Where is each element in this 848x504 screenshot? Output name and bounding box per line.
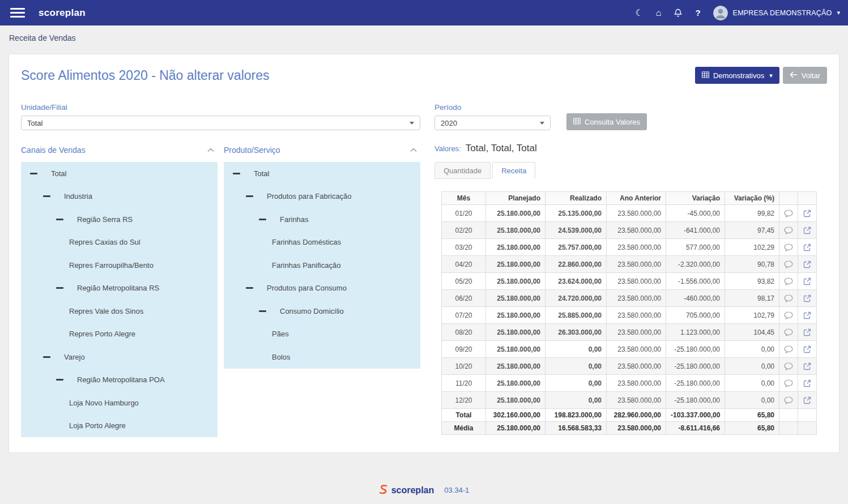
tree-node-repres-porto-alegre[interactable]: Repres Porto Alegre	[21, 323, 218, 346]
home-icon[interactable]: ⌂	[656, 8, 662, 18]
cell-planejado: 25.180.000,00	[486, 358, 546, 375]
tree-node-repres-vale-dos-sinos[interactable]: Repres Vale dos Sinos	[21, 300, 218, 323]
comment-icon[interactable]	[784, 277, 793, 285]
external-link-cell	[798, 358, 817, 375]
external-link-icon[interactable]	[803, 345, 811, 353]
cell-variacao-pct: 98,17	[725, 290, 779, 307]
cell-realizado: 0,00	[546, 392, 607, 409]
external-link-icon[interactable]	[803, 362, 811, 370]
consulta-valores-button[interactable]: Consulta Valores	[566, 113, 647, 130]
external-link-icon[interactable]	[803, 294, 811, 302]
tree-node-label: Repres Caxias do Sul	[69, 238, 140, 246]
tree-node-varejo[interactable]: Varejo	[21, 345, 218, 369]
cell-mes: 03/20	[442, 239, 486, 256]
external-link-icon[interactable]	[803, 227, 811, 234]
tab-receita[interactable]: Receita	[492, 162, 535, 179]
collapse-minus-icon[interactable]	[233, 173, 240, 174]
user-menu[interactable]: EMPRESA DEMONSTRAÇÃO ▾	[713, 6, 840, 20]
tree-node-regi-o-metropolitana-poa[interactable]: Região Metropolitana POA	[21, 369, 218, 392]
cell-variacao: 577.000,00	[666, 239, 725, 256]
tree-node-repres-caxias-do-sul[interactable]: Repres Caxias do Sul	[21, 231, 218, 254]
collapse-minus-icon[interactable]	[30, 173, 37, 174]
collapse-minus-icon[interactable]	[56, 287, 63, 289]
tab-quantidade[interactable]: Quantidade	[434, 162, 491, 179]
comment-icon[interactable]	[784, 345, 793, 353]
comment-icon[interactable]	[784, 396, 793, 404]
collapse-minus-icon[interactable]	[259, 310, 266, 312]
consulta-valores-label: Consulta Valores	[585, 118, 640, 126]
table-row-07-20: 07/2025.180.000,0025.885.000,0023.580.00…	[442, 307, 817, 324]
comment-icon[interactable]	[784, 210, 793, 217]
tree-node-loja-novo-hamburgo[interactable]: Loja Novo Hamburgo	[21, 391, 218, 415]
tree-node-farinhas-dom-sticas[interactable]: Farinhas Domésticas	[224, 231, 420, 254]
empty-cell	[798, 422, 817, 435]
table-row-02-20: 02/2025.180.000,0024.539.000,0023.580.00…	[442, 222, 817, 239]
tree-node-p-es[interactable]: Pães	[224, 323, 420, 346]
comment-icon[interactable]	[784, 227, 793, 234]
tree-node-label: Pães	[272, 330, 289, 338]
voltar-button[interactable]: Voltar	[783, 67, 827, 84]
tree-node-total[interactable]: Total	[224, 162, 420, 185]
external-link-icon[interactable]	[803, 396, 811, 404]
cell-variacao-pct: 99,82	[725, 205, 779, 222]
collapse-minus-icon[interactable]	[246, 195, 253, 197]
comment-icon[interactable]	[784, 362, 793, 370]
tree-node-repres-farroupilha-bento[interactable]: Repres Farroupilha/Bento	[21, 254, 218, 277]
tree-node-farinhas[interactable]: Farinhas	[224, 208, 420, 231]
comment-icon[interactable]	[784, 294, 793, 302]
demonstrativos-button[interactable]: Demonstrativos ▾	[695, 67, 779, 84]
tree-node-loja-porto-alegre[interactable]: Loja Porto Alegre	[21, 415, 218, 438]
tree-node-total[interactable]: Total	[21, 162, 218, 185]
external-link-icon[interactable]	[803, 210, 811, 217]
breadcrumb: Receita de Vendas	[0, 25, 848, 49]
comment-icon[interactable]	[784, 379, 793, 387]
collapse-minus-icon[interactable]	[56, 219, 63, 220]
external-link-icon[interactable]	[803, 277, 811, 285]
comment-icon[interactable]	[784, 260, 793, 268]
comment-icon[interactable]	[784, 328, 793, 336]
unidade-filial-select[interactable]: Total	[21, 116, 420, 130]
table-row-10-20: 10/2025.180.000,000,0023.580.000,00-25.1…	[442, 358, 817, 375]
tree-node-produtos-para-consumo[interactable]: Produtos para Consumo	[224, 277, 420, 300]
comment-cell	[779, 358, 798, 375]
tree-node-industria[interactable]: Industria	[21, 185, 218, 208]
dark-mode-moon-icon[interactable]: ☾	[635, 8, 643, 18]
tree-node-label: Produtos para Fabricação	[267, 192, 352, 200]
collapse-minus-icon[interactable]	[246, 287, 253, 289]
periodo-select[interactable]: 2020	[434, 116, 551, 130]
unidade-filial-label: Unidade/Filial	[21, 103, 420, 112]
collapse-minus-icon[interactable]	[43, 356, 50, 358]
cell-mes: 02/20	[442, 222, 486, 239]
tree-node-label: Repres Porto Alegre	[69, 330, 135, 338]
chevron-up-icon[interactable]	[206, 147, 215, 153]
collapse-minus-icon[interactable]	[56, 379, 63, 381]
notifications-bell-icon[interactable]	[674, 8, 683, 18]
tree-node-label: Farinhas Domésticas	[272, 238, 341, 246]
cell-variacao: -25.180.000,00	[666, 392, 725, 409]
cell-label: Média	[442, 422, 486, 435]
cell-mes: 11/20	[442, 375, 486, 392]
help-icon[interactable]: ?	[695, 8, 700, 17]
comment-cell	[779, 324, 798, 341]
tree-node-label: Farinhas	[280, 215, 309, 224]
chevron-up-icon[interactable]	[409, 147, 418, 153]
tree-node-farinhas-panifica-o[interactable]: Farinhas Panificação	[224, 254, 420, 277]
external-link-icon[interactable]	[803, 328, 811, 336]
table-row-01-20: 01/2025.180.000,0025.135.000,0023.580.00…	[442, 205, 817, 222]
external-link-icon[interactable]	[803, 379, 811, 387]
collapse-minus-icon[interactable]	[43, 195, 50, 197]
external-link-icon[interactable]	[803, 244, 811, 251]
tree-node-regi-o-metropolitana-rs[interactable]: Região Metropolitana RS	[21, 277, 218, 300]
external-link-icon[interactable]	[803, 260, 811, 268]
comment-icon[interactable]	[784, 311, 793, 319]
hamburger-menu-icon[interactable]	[8, 6, 27, 20]
cell-variacao-pct: 0,00	[725, 392, 779, 409]
tree-node-bolos[interactable]: Bolos	[224, 345, 420, 369]
collapse-minus-icon[interactable]	[259, 219, 266, 220]
external-link-icon[interactable]	[803, 311, 811, 319]
cell-planejado: 25.180.000,00	[486, 392, 546, 409]
tree-node-regi-o-serra-rs[interactable]: Região Serra RS	[21, 208, 218, 231]
tree-node-consumo-domic-lio[interactable]: Consumo Domicílio	[224, 300, 420, 323]
comment-icon[interactable]	[784, 244, 793, 251]
tree-node-produtos-para-fabrica-o[interactable]: Produtos para Fabricação	[224, 185, 420, 208]
